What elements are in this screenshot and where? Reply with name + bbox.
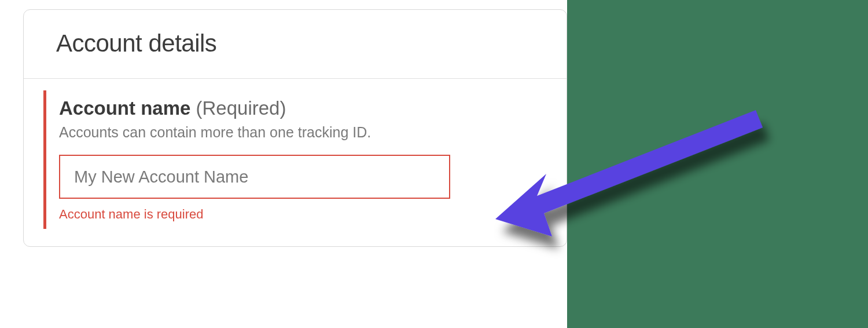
card-body: Account name (Required) Accounts can con…	[24, 79, 567, 246]
card-title: Account details	[56, 30, 534, 57]
account-name-required: (Required)	[196, 97, 286, 119]
account-name-error: Account name is required	[59, 207, 547, 222]
account-details-card: Account details Account name (Required) …	[23, 9, 567, 247]
account-name-input[interactable]	[59, 155, 450, 199]
account-name-label: Account name	[59, 97, 190, 119]
card-header: Account details	[24, 10, 567, 79]
account-name-field-group: Account name (Required) Accounts can con…	[43, 90, 547, 229]
decorative-green-panel	[567, 0, 868, 328]
account-name-hint: Accounts can contain more than one track…	[59, 124, 547, 141]
account-name-label-line: Account name (Required)	[59, 97, 547, 119]
